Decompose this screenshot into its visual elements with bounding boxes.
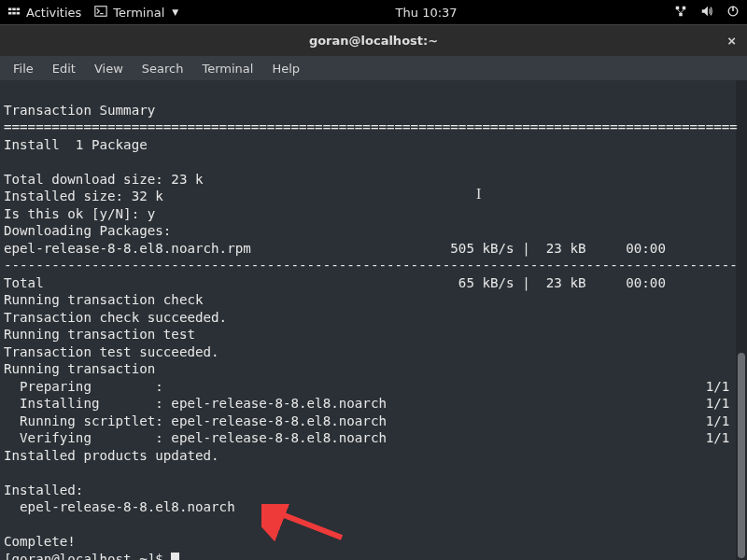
activities-button[interactable]: Activities — [7, 5, 81, 21]
menu-edit[interactable]: Edit — [45, 59, 83, 78]
svg-rect-6 — [95, 6, 106, 16]
terminal-cursor — [171, 553, 179, 561]
terminal-line — [4, 153, 743, 171]
terminal-line: epel-release-8-8.el8.noarch.rpm 505 kB/s… — [4, 240, 743, 258]
svg-rect-3 — [8, 11, 12, 14]
menu-view[interactable]: View — [87, 59, 131, 78]
terminal-line: Running scriptlet: epel-release-8-8.el8.… — [4, 413, 743, 430]
svg-rect-4 — [12, 11, 16, 14]
terminal-line: Install 1 Package — [4, 136, 743, 154]
active-app-label: Terminal — [113, 6, 164, 20]
terminal-line: Total download size: 23 k — [4, 171, 743, 189]
svg-line-12 — [681, 9, 684, 13]
volume-icon[interactable] — [700, 5, 713, 21]
svg-line-11 — [678, 9, 682, 13]
window-titlebar[interactable]: goran@localhost:~ × — [0, 24, 747, 56]
close-icon[interactable]: × — [727, 33, 736, 49]
svg-marker-13 — [702, 6, 708, 16]
terminal-menubar: File Edit View Search Terminal Help — [0, 56, 747, 80]
svg-rect-1 — [12, 7, 16, 10]
terminal-line: Is this ok [y/N]: y — [4, 205, 743, 223]
svg-rect-9 — [683, 6, 686, 9]
window-title: goran@localhost:~ — [309, 34, 438, 48]
terminal-line: Transaction check succeeded. — [4, 309, 743, 327]
terminal-line: Installed size: 32 k — [4, 188, 743, 205]
terminal-line: Running transaction — [4, 360, 743, 378]
svg-rect-5 — [17, 11, 21, 14]
menu-search[interactable]: Search — [134, 59, 191, 78]
terminal-viewport[interactable]: Transaction Summary=====================… — [0, 80, 747, 560]
activities-icon — [7, 5, 21, 21]
terminal-line: Running transaction test — [4, 326, 743, 343]
svg-rect-8 — [676, 6, 680, 9]
terminal-line: ========================================… — [4, 119, 743, 136]
terminal-line — [4, 464, 743, 482]
terminal-line — [4, 516, 743, 534]
chevron-down-icon: ▼ — [172, 7, 178, 17]
menu-file[interactable]: File — [6, 59, 41, 78]
scrollbar[interactable] — [736, 80, 747, 560]
svg-rect-2 — [17, 7, 21, 10]
svg-rect-10 — [679, 12, 683, 16]
scrollbar-thumb[interactable] — [738, 353, 745, 558]
power-icon[interactable] — [726, 5, 740, 21]
active-app-indicator[interactable]: Terminal ▼ — [94, 5, 178, 21]
gnome-top-bar: Activities Terminal ▼ Thu 10:37 — [0, 0, 747, 24]
terminal-line: Total 65 kB/s | 23 kB 00:00 — [4, 274, 743, 292]
clock-label[interactable]: Thu 10:37 — [178, 6, 674, 20]
terminal-line: ----------------------------------------… — [4, 257, 743, 274]
topbar-left: Activities Terminal ▼ — [7, 5, 178, 21]
terminal-line: Downloading Packages: — [4, 222, 743, 240]
terminal-prompt[interactable]: [goran@localhost ~]$ — [4, 551, 743, 561]
network-icon[interactable] — [674, 5, 687, 21]
terminal-line: Installed: — [4, 482, 743, 499]
terminal-line: epel-release-8-8.el8.noarch — [4, 498, 743, 516]
menu-help[interactable]: Help — [264, 59, 307, 78]
terminal-line: Installed products updated. — [4, 447, 743, 465]
terminal-icon — [94, 5, 107, 21]
terminal-line: Verifying : epel-release-8-8.el8.noarch … — [4, 429, 743, 447]
terminal-line: Transaction test succeeded. — [4, 343, 743, 361]
terminal-line: Installing : epel-release-8-8.el8.noarch… — [4, 395, 743, 413]
terminal-line — [4, 84, 743, 102]
svg-rect-0 — [8, 7, 12, 10]
activities-label: Activities — [26, 6, 81, 20]
terminal-line: Running transaction check — [4, 291, 743, 309]
terminal-line: Complete! — [4, 533, 743, 551]
topbar-right — [674, 5, 740, 21]
terminal-line: Preparing : 1/1 — [4, 378, 743, 396]
terminal-output[interactable]: Transaction Summary=====================… — [0, 80, 747, 560]
terminal-line: Transaction Summary — [4, 102, 743, 119]
menu-terminal[interactable]: Terminal — [194, 59, 261, 78]
